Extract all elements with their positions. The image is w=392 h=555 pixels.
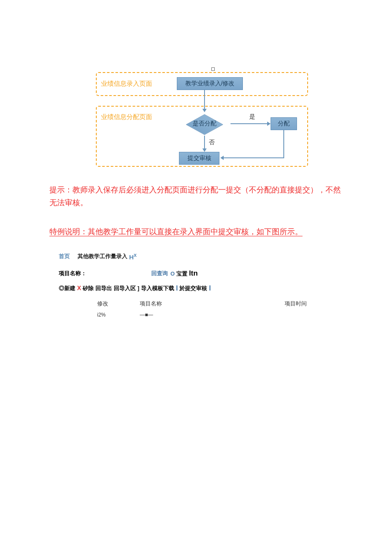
arrow-left-icon — [220, 156, 224, 160]
new-button[interactable]: ◎新建 — [59, 285, 75, 292]
node-submit: 提交审核 — [179, 152, 219, 165]
search-row: 项目名称： 回查询 O 宝置 ltn — [59, 267, 357, 284]
flowchart-diagram: 业绩信息录入页面 业绩信息分配页面 教学业绩录入/修改 是否分配 分配 提交审核… — [96, 70, 310, 169]
bracket-icon: ] — [138, 285, 139, 291]
group-dist-label: 业绩信息分配页面 — [101, 113, 152, 121]
arrow-input-decision — [204, 90, 205, 110]
node-decision: 是否分配 — [179, 111, 231, 136]
arrow-dist-submit-h — [223, 157, 284, 158]
export-icon: 回 — [95, 285, 101, 291]
import-button[interactable]: 回导入区 — [114, 285, 136, 292]
node-distribute: 分配 — [271, 117, 297, 130]
query-button[interactable]: 回查询 — [151, 270, 168, 277]
reset-button[interactable]: O 宝置 ltn — [170, 269, 198, 278]
marker-square — [211, 67, 215, 71]
query-icon: 回 — [151, 270, 157, 276]
cell-name: —■— — [140, 312, 285, 318]
export-button[interactable]: 回导出 — [95, 285, 112, 292]
arrow-right-icon — [267, 122, 271, 126]
col-name: 项目名称 — [140, 300, 285, 308]
label-yes: 是 — [249, 113, 255, 121]
label-no: 否 — [209, 139, 215, 146]
arrow-decision-no — [204, 136, 205, 150]
special-paragraph: 特例说明：其他教学工作量可以直接在录入界面中提交审核，如下图所示。 — [49, 225, 348, 238]
breadcrumb-current-tab[interactable]: 其他教学工作量录入 Hx — [78, 252, 137, 261]
divider-icon: I — [209, 285, 210, 292]
breadcrumb-current-label: 其他教学工作量录入 — [78, 253, 127, 260]
breadcrumb: 首页 其他教学工作量录入 Hx — [59, 250, 357, 267]
col-modify: 修改 — [97, 300, 140, 308]
arrow-down-icon — [202, 148, 207, 152]
import-icon: 回 — [114, 285, 119, 291]
toolbar: ◎新建 X 矽除 回导出 回导入区 ] 导入模板下载 I 於提交审核 I — [59, 284, 357, 298]
cell-modify[interactable]: i2% — [97, 312, 140, 318]
reset-icon: O — [170, 270, 175, 277]
divider-icon: I — [176, 285, 178, 292]
col-time: 项目时间 — [285, 300, 336, 308]
node-input: 教学业绩录入/修改 — [177, 77, 243, 90]
plus-icon: ◎ — [59, 285, 64, 291]
breadcrumb-home[interactable]: 首页 — [59, 253, 70, 260]
delete-button[interactable]: X 矽除 — [77, 285, 94, 292]
tab-close-icon[interactable]: Hx — [129, 252, 137, 261]
group-input-label: 业绩信息录入页面 — [101, 80, 152, 88]
submit-audit-button[interactable]: 於提交审核 — [179, 285, 207, 292]
table-row[interactable]: i2% —■— — [59, 310, 357, 320]
arrow-dist-submit-v — [283, 130, 284, 158]
search-label: 项目名称： — [59, 270, 86, 277]
table-header: 修改 项目名称 项目时间 — [59, 298, 357, 310]
delete-icon: X — [77, 285, 81, 291]
arrow-decision-yes — [231, 123, 269, 124]
node-decision-text: 是否分配 — [179, 111, 231, 136]
template-download-button[interactable]: 导入模板下载 — [141, 285, 174, 292]
tip-paragraph: 提示：教师录入保存后必须进入分配页面进行分配一提交（不分配的直接提交），不然无法… — [49, 183, 348, 209]
embedded-ui: 首页 其他教学工作量录入 Hx 项目名称： 回查询 O 宝置 ltn ◎新建 X… — [59, 250, 357, 320]
